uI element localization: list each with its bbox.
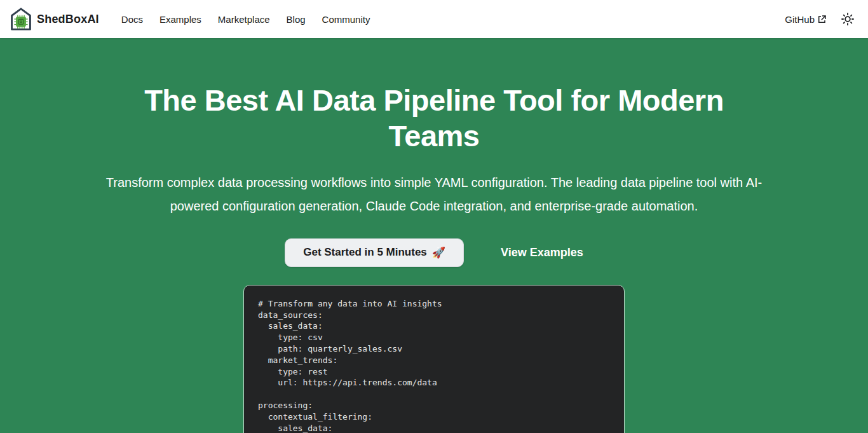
page-title-line-2: Teams <box>78 118 790 154</box>
get-started-button-label: Get Started in 5 Minutes <box>303 246 427 259</box>
nav-item-examples[interactable]: Examples <box>151 9 210 30</box>
sun-icon <box>841 12 855 26</box>
theme-toggle-button[interactable] <box>837 9 858 29</box>
nav-item-marketplace[interactable]: Marketplace <box>210 9 278 30</box>
page-title: The Best AI Data Pipeline Tool for Moder… <box>78 83 790 155</box>
github-link-label: GitHub <box>785 14 815 25</box>
cta-row: Get Started in 5 Minutes 🚀 View Examples <box>0 238 868 267</box>
yaml-code-block: # Transform any data into AI insights da… <box>258 298 610 433</box>
get-started-button[interactable]: Get Started in 5 Minutes 🚀 <box>285 238 464 267</box>
hero-section: The Best AI Data Pipeline Tool for Moder… <box>0 38 868 433</box>
brand-title: ShedBoxAI <box>37 13 99 26</box>
nav-item-docs[interactable]: Docs <box>113 9 151 30</box>
rocket-emoji-icon: 🚀 <box>432 246 445 259</box>
brand-home-link[interactable]: ShedBoxAI <box>10 7 99 31</box>
hero-subtitle: Transform complex data processing workfl… <box>86 171 782 218</box>
yaml-code-card: # Transform any data into AI insights da… <box>243 285 625 433</box>
shedboxai-logo-icon <box>10 7 32 31</box>
github-link[interactable]: GitHub <box>782 10 829 29</box>
external-link-icon <box>818 15 826 24</box>
view-examples-link[interactable]: View Examples <box>501 246 583 259</box>
primary-nav: Docs Examples Marketplace Blog Community <box>113 9 379 30</box>
navbar: ShedBoxAI Docs Examples Marketplace Blog… <box>0 0 868 38</box>
nav-item-community[interactable]: Community <box>314 9 379 30</box>
nav-item-blog[interactable]: Blog <box>278 9 314 30</box>
navbar-right: GitHub <box>782 9 858 29</box>
page-title-line-1: The Best AI Data Pipeline Tool for Moder… <box>78 83 790 118</box>
